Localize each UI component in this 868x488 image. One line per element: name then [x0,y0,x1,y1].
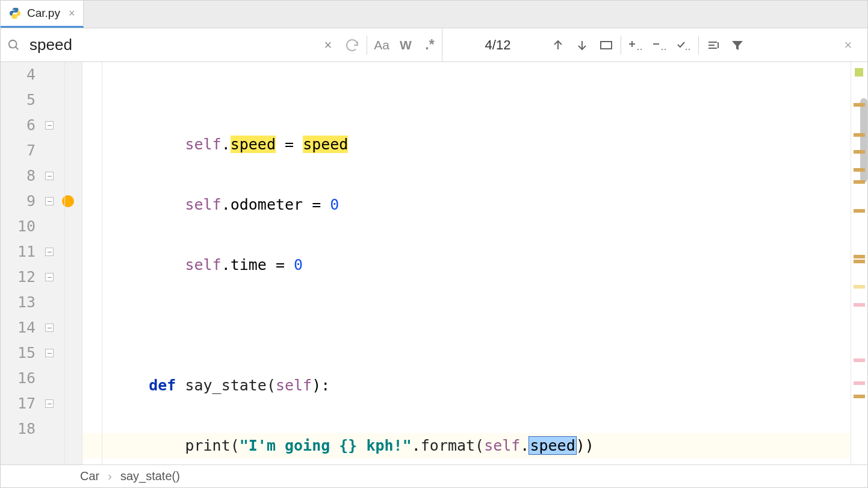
fold-icon[interactable] [45,273,54,281]
fold-icon[interactable] [45,197,54,205]
code-line[interactable] [113,313,851,338]
breadcrumb: Car › say_state() [1,465,867,487]
line-number: 12 [1,264,36,290]
select-all-occurrences-icon[interactable] [594,33,618,57]
match-counter: 4/12 [450,37,546,53]
tab-label: Car.py [27,7,60,20]
breadcrumb-item[interactable]: Car [80,469,99,483]
close-tab-icon[interactable]: × [69,7,75,20]
prev-match-icon[interactable] [546,33,570,57]
error-marker[interactable] [854,381,865,385]
line-number: 9 [1,189,36,214]
filter-icon[interactable] [725,33,749,57]
fold-icon[interactable] [45,248,54,256]
code-line[interactable]: self.time = 0 [113,252,851,278]
line-number: 16 [1,366,36,391]
next-match-icon[interactable] [570,33,594,57]
status-marker [855,68,863,77]
select-all-icon[interactable] [672,33,696,57]
error-marker[interactable] [854,303,865,307]
match-case-toggle[interactable]: Aa [370,33,394,57]
python-file-icon [8,6,22,20]
add-selection-icon[interactable] [624,33,648,57]
marker-strip[interactable] [851,62,867,465]
fold-icon[interactable] [45,324,54,332]
search-marker[interactable] [854,103,865,107]
search-marker[interactable] [854,150,865,154]
svg-rect-2 [601,42,612,49]
close-find-icon[interactable]: × [836,33,860,57]
tab-bar: Car.py × [1,1,867,28]
code-line[interactable]: def say_state(self): [113,373,851,398]
fold-icon[interactable] [45,399,54,408]
line-number: 17 [1,391,36,416]
line-number: 8 [1,163,36,189]
clear-search-icon[interactable]: × [316,33,340,57]
find-bar: × Aa W .* 4/12 [1,28,867,62]
search-input[interactable] [27,36,316,54]
search-marker[interactable] [854,209,865,213]
line-number: 18 [1,416,36,442]
code-line-current[interactable]: print("I'm going {} kph!".format(self.sp… [113,433,851,458]
warning-marker[interactable] [854,285,865,289]
line-number: 10 [1,214,36,239]
breadcrumb-item[interactable]: say_state() [120,469,180,483]
search-icon[interactable] [1,39,27,52]
show-filter-options-icon[interactable] [701,33,725,57]
svg-point-0 [9,40,17,48]
chevron-right-icon: › [108,469,112,483]
line-number: 5 [1,87,36,113]
search-marker[interactable] [854,133,865,137]
tab-car-py[interactable]: Car.py × [1,1,84,28]
line-number: 11 [1,239,36,264]
fold-icon[interactable] [45,172,54,180]
remove-selection-icon[interactable] [648,33,672,57]
code-area[interactable]: self.speed = speed self.odometer = 0 sel… [64,62,851,465]
line-number: 13 [1,290,36,315]
search-marker[interactable] [854,255,865,258]
line-number-gutter: 4 5 6 7 8 9 10 11 12 13 14 15 16 17 18 [1,62,64,465]
search-marker[interactable] [854,395,865,398]
line-number: 14 [1,315,36,340]
search-marker[interactable] [854,260,865,263]
search-marker[interactable] [854,180,865,184]
error-marker[interactable] [854,358,865,362]
line-number: 15 [1,340,36,366]
fold-icon[interactable] [45,349,54,357]
search-marker[interactable] [854,168,865,172]
regex-toggle[interactable]: .* [418,33,442,57]
line-number: 6 [1,113,36,138]
history-icon[interactable] [340,33,364,57]
code-line[interactable]: self.speed = speed [113,132,851,157]
whole-word-toggle[interactable]: W [394,33,418,57]
fold-icon[interactable] [45,121,54,130]
svg-line-1 [16,46,19,49]
line-number: 4 [1,62,36,87]
code-editor[interactable]: 4 5 6 7 8 9 10 11 12 13 14 15 16 17 18 s… [1,62,867,465]
code-line[interactable]: self.odometer = 0 [113,192,851,217]
line-number: 7 [1,138,36,163]
